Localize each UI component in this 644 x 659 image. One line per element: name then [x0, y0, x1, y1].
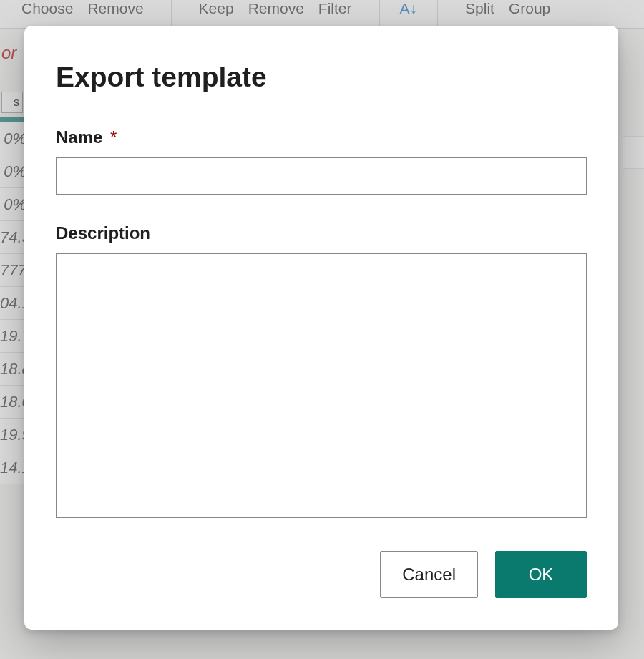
description-field-block: Description — [56, 223, 587, 521]
dialog-title: Export template — [56, 62, 587, 93]
ok-button[interactable]: OK — [495, 551, 587, 598]
cancel-button[interactable]: Cancel — [380, 551, 478, 598]
name-input[interactable] — [56, 157, 587, 195]
name-field-block: Name * — [56, 127, 587, 195]
name-label: Name * — [56, 127, 587, 147]
description-textarea[interactable] — [56, 253, 587, 518]
description-label: Description — [56, 223, 587, 243]
name-label-text: Name — [56, 127, 102, 147]
dialog-button-row: Cancel OK — [56, 551, 587, 598]
export-template-dialog: Export template Name * Description Cance… — [24, 26, 618, 630]
required-marker: * — [110, 127, 117, 147]
